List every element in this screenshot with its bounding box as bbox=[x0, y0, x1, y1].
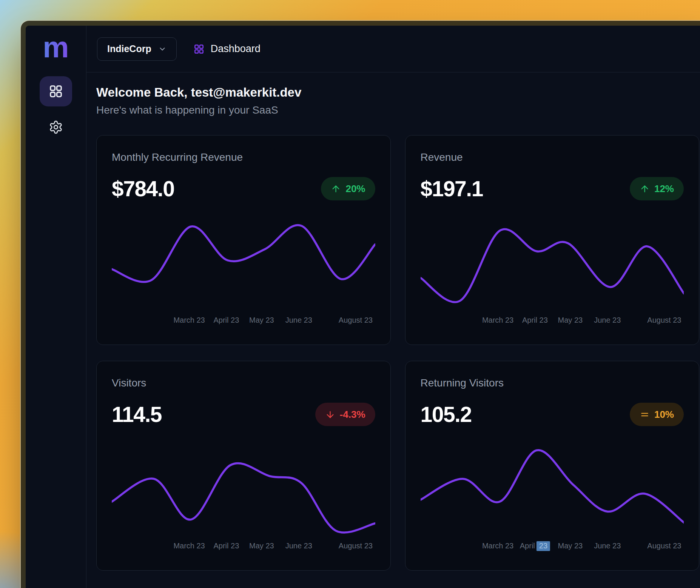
x-axis-label: August 23 bbox=[647, 316, 681, 325]
x-axis-label: June 23 bbox=[285, 542, 312, 550]
metric-value: 105.2 bbox=[421, 404, 472, 425]
sidebar: m bbox=[26, 26, 86, 588]
sidebar-item-dashboard[interactable] bbox=[40, 76, 72, 106]
gear-icon bbox=[49, 120, 63, 134]
x-axis: March 23April 23May 23June 23August 23 bbox=[112, 316, 375, 327]
page-content: Welcome Back, test@makerkit.dev Here's w… bbox=[86, 72, 700, 571]
equals-icon bbox=[640, 409, 650, 420]
trend-badge: 10% bbox=[630, 403, 684, 426]
x-axis-label: April23 bbox=[520, 542, 550, 550]
card-visitors: Visitors 114.5 -4.3% March 23April 23M bbox=[96, 361, 391, 571]
line-chart bbox=[112, 215, 375, 314]
card-title: Revenue bbox=[421, 152, 684, 163]
selected-text-highlight: 23 bbox=[537, 541, 550, 551]
app-window: m IndieCorp bbox=[26, 26, 700, 588]
team-selector-button[interactable]: IndieCorp bbox=[97, 37, 177, 61]
grid-icon bbox=[193, 43, 205, 55]
arrow-up-icon bbox=[640, 184, 650, 194]
arrow-down-icon bbox=[325, 409, 335, 420]
x-axis-label: May 23 bbox=[558, 316, 583, 325]
makerkit-logo[interactable]: m bbox=[43, 35, 69, 59]
line-chart bbox=[421, 215, 684, 314]
top-bar: IndieCorp Dashboard bbox=[86, 26, 700, 72]
x-axis-label: May 23 bbox=[558, 542, 583, 550]
card-title: Monthly Recurring Revenue bbox=[112, 152, 375, 163]
x-axis-label: May 23 bbox=[249, 542, 274, 550]
metric-value: $197.1 bbox=[421, 178, 483, 200]
main-area: IndieCorp Dashboard Welcome Back, test@m… bbox=[86, 26, 700, 588]
line-chart bbox=[112, 440, 375, 539]
card-returning-visitors: Returning Visitors 105.2 10% March 23A bbox=[405, 361, 700, 571]
x-axis-label: March 23 bbox=[482, 542, 513, 550]
trend-value: 12% bbox=[654, 183, 674, 195]
x-axis-label: April 23 bbox=[522, 316, 548, 325]
breadcrumb[interactable]: Dashboard bbox=[193, 43, 261, 55]
x-axis-label: May 23 bbox=[249, 316, 274, 325]
team-name: IndieCorp bbox=[107, 43, 151, 54]
x-axis-label: March 23 bbox=[173, 542, 205, 550]
x-axis: March 23April 23May 23June 23August 23 bbox=[421, 316, 684, 327]
x-axis-label: March 23 bbox=[482, 316, 513, 325]
line-chart bbox=[421, 440, 684, 539]
card-monthly-recurring-revenue: Monthly Recurring Revenue $784.0 20% M bbox=[96, 135, 391, 345]
x-axis-label: April 23 bbox=[214, 316, 239, 325]
x-axis-label: August 23 bbox=[647, 542, 681, 550]
metric-value: 114.5 bbox=[112, 404, 162, 425]
x-axis-label: March 23 bbox=[173, 316, 205, 325]
page-subtitle: Here's what is happening in your SaaS bbox=[96, 104, 699, 116]
breadcrumb-label: Dashboard bbox=[211, 43, 261, 55]
x-axis-label: August 23 bbox=[339, 542, 373, 550]
stats-grid: Monthly Recurring Revenue $784.0 20% M bbox=[96, 135, 699, 571]
x-axis-label: June 23 bbox=[285, 316, 312, 325]
trend-value: 20% bbox=[345, 183, 365, 195]
x-axis-label: April 23 bbox=[214, 542, 239, 550]
grid-icon bbox=[48, 84, 63, 99]
card-title: Visitors bbox=[112, 378, 375, 388]
page-title: Welcome Back, test@makerkit.dev bbox=[96, 85, 699, 100]
metric-value: $784.0 bbox=[112, 178, 174, 200]
arrow-up-icon bbox=[331, 184, 341, 194]
trend-value: -4.3% bbox=[340, 409, 365, 420]
chevron-down-icon bbox=[158, 45, 167, 53]
sidebar-item-settings[interactable] bbox=[49, 120, 63, 134]
x-axis-label: June 23 bbox=[594, 316, 621, 325]
trend-badge: 12% bbox=[630, 177, 684, 200]
trend-badge: 20% bbox=[321, 177, 375, 200]
x-axis: March 23April 23May 23June 23August 23 bbox=[112, 542, 375, 553]
x-axis-label: August 23 bbox=[339, 316, 373, 325]
card-title: Returning Visitors bbox=[421, 378, 684, 388]
x-axis-label: June 23 bbox=[594, 542, 621, 550]
trend-badge: -4.3% bbox=[315, 403, 375, 426]
x-axis: March 23April23May 23June 23August 23 bbox=[421, 542, 684, 553]
trend-value: 10% bbox=[654, 409, 674, 420]
card-revenue: Revenue $197.1 12% March 23April 23May bbox=[405, 135, 700, 345]
